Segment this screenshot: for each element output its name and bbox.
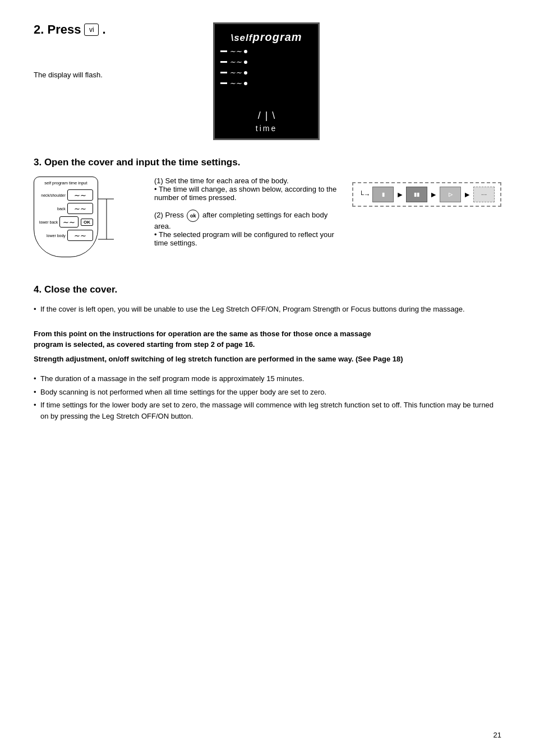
wave-dot [244,82,247,85]
arrow-2: ► [430,190,437,199]
back-wave-btn[interactable]: ∼∼ [67,203,93,214]
flash-label: The display will flash. [34,71,213,79]
lower-body-row: lower body ∼∼ [39,229,93,242]
bullet-text-1: The duration of a massage in the self pr… [40,374,304,383]
control-panel-diagram: self program time input neck/shoulder ∼∼… [34,177,146,267]
panel-title: self program time input [39,180,93,185]
back-wave-icon: ∼∼ [74,205,86,213]
step1-label: (1) Set the time for each area of the bo… [154,177,344,185]
progress-arrows-container: └→ ▮ ► ▮▮ ► ▷ ► [352,177,501,207]
display-screen: \selfprogram ∼∼ ∼∼ ∼∼ [213,22,320,140]
arr-box-1-text: ▮ [382,192,385,197]
wave-bar [220,50,227,52]
display-title: \selfprogram [220,31,312,44]
page-number: 21 [494,731,501,739]
section3: 3. Open the cover and input the time set… [34,157,501,267]
vi-key: vi [84,24,99,36]
step2-prefix: (2) Press [154,211,184,219]
wave-row-3: ∼∼ [220,68,312,77]
lower-body-label: lower body [39,234,66,238]
self-text: \self [230,33,252,43]
wave-sym: ∼∼ [229,79,242,87]
wave-row-2: ∼∼ [220,58,312,66]
display-screen-container: \selfprogram ∼∼ ∼∼ ∼∼ [213,22,320,140]
wave-row-4: ∼∼ [220,79,312,87]
progress-arrows: └→ ▮ ► ▮▮ ► ▷ ► [352,182,501,207]
step1-bullet: The time will change, as shown below, ac… [154,185,344,202]
arr-box-3-text: ▷ [449,192,453,197]
wave-row-1: ∼∼ [220,47,312,55]
neck-shoulder-row: neck/shoulder ∼∼ [39,189,93,201]
wave-bar [220,61,227,63]
wave-bar [220,72,227,73]
bold-notice-line3: Strength adjustment, on/off switching of… [34,354,501,365]
bold-notice-block: From this point on the instructions for … [34,328,501,365]
step2-bullet: The selected program will be configured … [154,230,344,247]
slash-lines: / | \ [258,110,275,122]
arrow-1: ► [396,190,404,199]
control-panel: self program time input neck/shoulder ∼∼… [34,177,98,257]
wave-dot [244,61,247,64]
bullet-item-1: The duration of a massage in the self pr… [34,373,501,384]
lower-back-wave-btn[interactable]: ∼∼ [59,216,79,228]
section2: 2. Press vi . The display will flash. \s… [34,22,501,140]
section3-heading: 3. Open the cover and input the time set… [34,157,501,168]
arr-box-3: ▷ [440,187,461,202]
neck-wave-btn[interactable]: ∼∼ [67,189,93,201]
arr-box-2-text: ▮▮ [414,192,419,197]
wave-dot [244,71,247,75]
wave-dot [244,50,247,53]
main-bullet-list: The duration of a massage in the self pr… [34,373,501,421]
lower-back-label: lower back [39,220,58,224]
wave-bar [220,82,227,84]
bold-notice-line12: From this point on the instructions for … [34,328,501,350]
wave-sym: ∼∼ [229,47,242,55]
bracket-svg [98,189,115,267]
slash-3: \ [272,110,275,122]
arr-box-4: −− [473,187,495,202]
section2-left: 2. Press vi . The display will flash. [34,22,213,79]
instruction-text: (1) Set the time for each area of the bo… [154,177,344,255]
arr-box-1: ▮ [372,187,394,202]
bullet-text-2: Body scanning is not performed when all … [40,388,326,396]
section4-bullet-1: If the cover is left open, you will be u… [34,304,501,315]
arr-start-dot: └→ [359,191,371,198]
wave-lines: ∼∼ ∼∼ ∼∼ ∼∼ [220,47,312,87]
section4-bullets: If the cover is left open, you will be u… [34,304,501,315]
step1-block: (1) Set the time for each area of the bo… [154,177,344,202]
neck-wave-icon: ∼∼ [74,191,86,200]
lower-back-row: lower back ∼∼ OK [39,216,93,228]
step2-block: (2) Press ok after completing settings f… [154,210,344,247]
back-label: back [39,207,66,211]
arr-box-1-wrap: ▮ [372,187,394,202]
bold-line2: program is selected, as covered starting… [34,340,255,349]
display-bottom: / | \ time [256,110,277,133]
back-row: back ∼∼ [39,202,93,215]
lower-back-wave-icon: ∼∼ [63,218,75,226]
ok-button-panel[interactable]: OK [81,219,93,226]
arr-box-2: ▮▮ [406,187,427,202]
arr-box-4-text: −− [481,192,487,197]
bullet-text-3: If time settings for the lower body are … [40,401,494,420]
slash-2: | [265,110,268,122]
section2-period: . [102,22,105,37]
slash-1: / [258,110,261,122]
lower-body-wave-icon: ∼∼ [74,231,86,240]
display-self-program-text: \selfprogram [230,31,302,43]
neck-label: neck/shoulder [39,193,66,197]
step2-label: (2) Press ok after completing settings f… [154,210,344,230]
bullet-item-3: If time settings for the lower body are … [34,400,501,421]
section4-heading: 4. Close the cover. [34,284,501,295]
bold-line1: From this point on the instructions for … [34,330,371,338]
bullet-item-2: Body scanning is not performed when all … [34,387,501,398]
arrow-3: ► [463,190,471,199]
program-text: program [252,31,302,43]
ok-button-inline: ok [187,210,199,222]
section2-title: 2. Press vi . [34,22,213,37]
section2-title-text: 2. Press [34,22,81,37]
lower-body-wave-btn[interactable]: ∼∼ [67,230,93,241]
section3-inner: self program time input neck/shoulder ∼∼… [34,177,501,267]
wave-sym: ∼∼ [229,68,242,77]
display-time: time [256,124,277,133]
section4: 4. Close the cover. If the cover is left… [34,284,501,315]
